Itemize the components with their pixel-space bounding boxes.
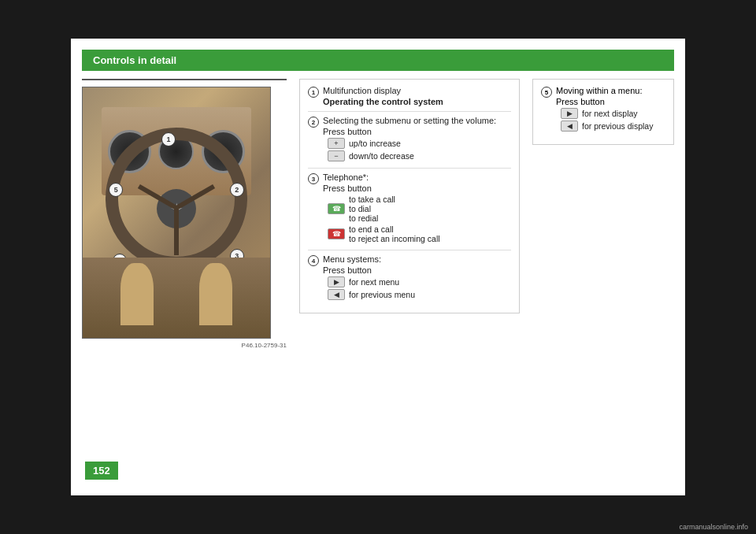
next-menu-arrow: ▶ <box>334 278 339 286</box>
right-panel: 5 Moving within a menu: Press button ▶ f… <box>532 79 674 480</box>
item-5-sub-2: ◀ for previous display <box>561 121 665 132</box>
circle-4: 4 <box>308 255 319 266</box>
divider-line <box>82 79 287 80</box>
item-3-sub-2-text: to end a callto reject an incoming call <box>349 224 440 243</box>
sep-3 <box>308 250 511 250</box>
call-accept-icon: ☎ <box>328 203 345 214</box>
circle-2: 2 <box>308 117 319 128</box>
item-1-content: Multifunction display Operating the cont… <box>323 86 511 106</box>
prev-display-arrow: ◀ <box>567 122 573 130</box>
sep-1 <box>308 111 511 112</box>
minus-symbol: − <box>334 152 338 160</box>
item-3-sub-2: ☎ to end a callto reject an incoming cal… <box>328 224 511 243</box>
item-4-sub-2: ◀ for previous menu <box>328 289 511 300</box>
item-4-press: Press button <box>323 265 511 275</box>
item-3-title: Telephone*: <box>323 172 511 182</box>
page-number: 152 <box>85 462 118 480</box>
steering-wheel-image: ✦ 1 2 3 4 5 <box>82 87 271 339</box>
item-5: 5 Moving within a menu: Press button ▶ f… <box>541 86 665 133</box>
item-1-subtitle: Operating the control system <box>323 97 511 106</box>
item-2-sub-1-text: up/to increase <box>349 139 401 148</box>
item-5-sub-1: ▶ for next display <box>561 108 665 119</box>
plus-symbol: + <box>334 139 338 147</box>
item-5-sub-2-text: for previous display <box>582 121 653 131</box>
label-2: 2 <box>230 183 244 197</box>
item-3: 3 Telephone*: Press button ☎ to take a c… <box>308 172 511 245</box>
next-menu-icon: ▶ <box>328 276 345 287</box>
circle-5: 5 <box>541 87 552 98</box>
item-3-content: Telephone*: Press button ☎ to take a cal… <box>323 172 511 245</box>
phone-handset-accept: ☎ <box>332 205 341 213</box>
prev-menu-icon: ◀ <box>328 289 345 300</box>
minus-button-icon: − <box>328 150 345 161</box>
item-4-sub-2-text: for previous menu <box>349 290 415 299</box>
item-4-title: Menu systems: <box>323 254 511 264</box>
item-3-sub-1: ☎ to take a callto dialto redial <box>328 195 511 223</box>
next-display-icon: ▶ <box>561 108 578 119</box>
next-display-arrow: ▶ <box>567 109 573 117</box>
item-5-content: Moving within a menu: Press button ▶ for… <box>556 86 665 133</box>
item-1-title: Multifunction display <box>323 86 511 95</box>
header-title: Controls in detail <box>93 54 176 66</box>
item-1: 1 Multifunction display Operating the co… <box>308 86 511 106</box>
item-5-sub-1-text: for next display <box>582 109 638 118</box>
item-4-sub-1-text: for next menu <box>349 277 399 287</box>
header-bar: Controls in detail <box>82 50 674 71</box>
item-4-sub-1: ▶ for next menu <box>328 276 511 287</box>
item-2-title: Selecting the submenu or setting the vol… <box>323 116 511 125</box>
steering-wheel: ✦ 1 2 3 4 5 <box>83 87 270 338</box>
item-5-press: Press button <box>556 97 665 106</box>
call-reject-icon: ☎ <box>328 228 345 239</box>
item-4: 4 Menu systems: Press button ▶ for next … <box>308 254 511 302</box>
item-2-press: Press button <box>323 127 511 136</box>
right-instruction-box: 5 Moving within a menu: Press button ▶ f… <box>532 79 674 145</box>
sep-2 <box>308 168 511 169</box>
plus-button-icon: + <box>328 138 345 149</box>
item-3-press: Press button <box>323 184 511 193</box>
item-4-content: Menu systems: Press button ▶ for next me… <box>323 254 511 302</box>
instruction-box: 1 Multifunction display Operating the co… <box>299 79 520 313</box>
circle-3: 3 <box>308 173 319 184</box>
item-2-content: Selecting the submenu or setting the vol… <box>323 116 511 163</box>
main-content: ✦ 1 2 3 4 5 P46. <box>71 71 685 488</box>
circle-1: 1 <box>308 87 319 98</box>
prev-display-icon: ◀ <box>561 121 578 132</box>
watermark: carmanualsonline.info <box>679 523 748 531</box>
item-3-sub-1-text: to take a callto dialto redial <box>349 195 395 223</box>
page-container: Controls in detail ✦ <box>71 39 685 495</box>
item-2-sub-2-text: down/to decrease <box>349 151 414 161</box>
item-2-sub-2: − down/to decrease <box>328 150 511 161</box>
prev-menu-arrow: ◀ <box>334 291 339 299</box>
item-2: 2 Selecting the submenu or setting the v… <box>308 116 511 163</box>
photo-reference: P46.10-2759-31 <box>242 342 287 349</box>
middle-panel: 1 Multifunction display Operating the co… <box>295 79 524 480</box>
item-5-title: Moving within a menu: <box>556 86 665 95</box>
phone-handset-reject: ☎ <box>332 230 341 238</box>
item-2-sub-1: + up/to increase <box>328 138 511 149</box>
left-panel: ✦ 1 2 3 4 5 P46. <box>82 79 287 480</box>
